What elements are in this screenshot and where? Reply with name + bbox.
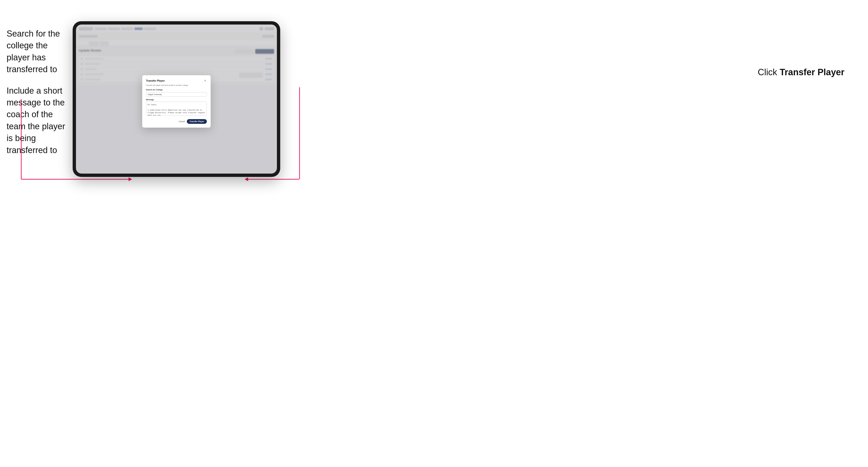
annotation-text-2: Include a short message to the coach of …: [7, 86, 65, 155]
svg-marker-5: [245, 177, 248, 181]
modal-header: Transfer Player ✕: [146, 79, 207, 82]
transfer-player-modal: Transfer Player ✕ Transfer the player an…: [142, 75, 211, 128]
transfer-player-button[interactable]: Transfer Player: [187, 119, 207, 124]
message-textarea[interactable]: Hi Coach, I understand Chris Robertson h…: [146, 102, 207, 116]
modal-overlay: Transfer Player ✕ Transfer the player an…: [76, 25, 277, 174]
modal-close-button[interactable]: ✕: [204, 79, 207, 82]
search-college-input[interactable]: [146, 92, 207, 97]
annotation-transfer-label: Transfer Player: [780, 67, 844, 77]
modal-description: Transfer the player and their profile to…: [146, 84, 207, 87]
tablet-frame: Update Roster: [73, 21, 280, 177]
annotation-text-1: Search for the college the player has tr…: [7, 29, 60, 74]
annotation-click-label: Click: [758, 67, 780, 77]
modal-title: Transfer Player: [146, 79, 165, 82]
tablet-screen: Update Roster: [76, 25, 277, 174]
svg-marker-2: [129, 177, 132, 181]
annotation-right: Click Transfer Player: [758, 67, 845, 77]
message-label: Message: [146, 99, 207, 101]
search-college-label: Search for College: [146, 89, 207, 91]
modal-footer: Cancel Transfer Player: [146, 119, 207, 124]
annotation-left: Search for the college the player has tr…: [7, 28, 73, 156]
cancel-button[interactable]: Cancel: [179, 120, 185, 123]
